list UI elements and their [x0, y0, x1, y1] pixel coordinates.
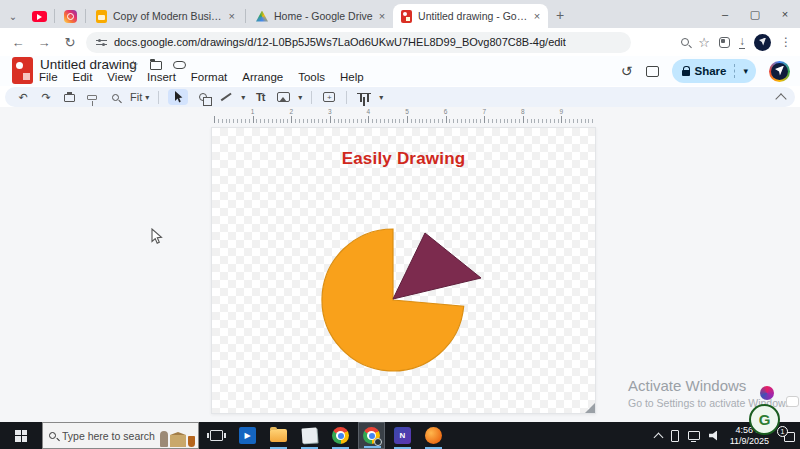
star-document-icon[interactable]: ☆	[128, 58, 139, 72]
triangle-shape[interactable]	[393, 233, 481, 299]
title-actions: ☆	[128, 58, 186, 72]
taskbar-search-input[interactable]: Type here to search	[42, 422, 199, 449]
image-caret-icon[interactable]: ▾	[298, 93, 302, 102]
bookmark-star-icon[interactable]: ☆	[698, 35, 710, 50]
maximize-button[interactable]: ▢	[740, 0, 770, 28]
google-drawings-logo[interactable]	[12, 57, 33, 84]
tab-modern-business-plan[interactable]: Copy of Modern Business Plan ×	[88, 4, 243, 28]
menu-file[interactable]: File	[38, 71, 59, 83]
sticky-notes-app[interactable]	[296, 422, 323, 449]
address-bar-actions: ☆ ↓ ⋮	[681, 34, 792, 51]
drawing-canvas[interactable]: Easily Drawing	[211, 127, 596, 414]
input-tools-button[interactable]	[356, 89, 372, 105]
drive-favicon	[256, 11, 268, 22]
menu-view[interactable]: View	[106, 71, 133, 83]
comments-icon[interactable]	[646, 66, 659, 77]
zoom-search-icon[interactable]	[681, 38, 689, 46]
menu-format[interactable]: Format	[190, 71, 228, 83]
start-button[interactable]	[0, 422, 42, 449]
tab-untitled-drawing-active[interactable]: Untitled drawing - Google Dra ×	[393, 4, 548, 28]
back-button[interactable]: ←	[8, 32, 28, 52]
share-label: Share	[695, 65, 727, 77]
share-button[interactable]: Share ▾	[672, 59, 757, 83]
pinned-tab-youtube[interactable]	[26, 4, 52, 28]
network-icon[interactable]	[688, 431, 700, 440]
close-icon[interactable]: ×	[229, 10, 235, 22]
url-field[interactable]: docs.google.com/drawings/d/12-L0Bp5J5Ws7…	[86, 32, 631, 53]
action-center-button[interactable]: 1	[780, 429, 796, 443]
share-caret-icon[interactable]: ▾	[743, 66, 752, 76]
comment-plus-icon: +	[323, 92, 335, 102]
reload-button[interactable]: ↻	[60, 32, 80, 52]
screen-recorder-widget[interactable]: G	[749, 404, 780, 435]
close-icon[interactable]: ×	[379, 10, 385, 22]
browser-profile-avatar[interactable]	[754, 34, 771, 51]
show-hidden-icons-chevron[interactable]	[653, 432, 663, 442]
account-avatar[interactable]	[769, 61, 790, 82]
system-tray: 4:56 PM 11/9/2025 1	[655, 425, 800, 446]
paint-format-button[interactable]	[84, 89, 100, 105]
forward-button[interactable]: →	[34, 32, 54, 52]
orange-browser-app[interactable]	[420, 422, 447, 449]
undo-button[interactable]: ↶	[15, 89, 31, 105]
pinned-tab-instagram[interactable]	[57, 4, 83, 28]
document-title[interactable]: Untitled drawing	[40, 57, 137, 72]
ruler-major-ticks	[214, 116, 595, 123]
ruler-number: 4	[367, 108, 371, 115]
version-history-icon[interactable]: ↺	[621, 63, 633, 79]
task-view-button[interactable]	[203, 422, 230, 449]
file-explorer-app[interactable]	[265, 422, 292, 449]
cloud-status-icon[interactable]	[173, 61, 186, 69]
browser-menu-icon[interactable]: ⋮	[780, 35, 792, 49]
chevron-down-icon: ▾	[145, 93, 149, 102]
windows-logo-icon	[15, 430, 27, 442]
address-bar: ← → ↻ docs.google.com/drawings/d/12-L0Bp…	[0, 28, 800, 56]
zoom-level-select[interactable]: Fit ▾	[130, 91, 149, 103]
hide-menus-chevron-icon[interactable]	[775, 93, 786, 104]
print-button[interactable]	[61, 89, 77, 105]
extension-float-icon[interactable]	[760, 386, 774, 400]
menu-insert[interactable]: Insert	[146, 71, 177, 83]
input-tools-caret-icon[interactable]: ▾	[379, 93, 383, 102]
line-tool-button[interactable]	[218, 89, 234, 105]
site-settings-icon[interactable]	[96, 38, 107, 47]
your-phone-icon[interactable]	[671, 430, 679, 442]
tab-title: Untitled drawing - Google Dra	[418, 10, 528, 22]
text-box-button[interactable]: Tt	[252, 89, 268, 105]
menu-tools[interactable]: Tools	[297, 71, 326, 83]
insert-comment-button[interactable]: +	[321, 89, 337, 105]
new-tab-button[interactable]: +	[548, 3, 572, 27]
print-icon	[64, 94, 75, 102]
close-icon[interactable]: ×	[534, 10, 540, 22]
downloads-icon[interactable]: ↓	[739, 36, 745, 49]
tooltip-bubble-icon[interactable]	[786, 396, 799, 407]
search-icon	[49, 432, 56, 439]
tab-google-drive[interactable]: Home - Google Drive ×	[248, 4, 393, 28]
tab-search-chevron-icon[interactable]: ⌄	[0, 4, 26, 28]
toolbar-divider	[158, 91, 159, 104]
insert-image-button[interactable]	[275, 89, 291, 105]
lock-icon	[682, 70, 690, 76]
menu-edit[interactable]: Edit	[72, 71, 94, 83]
chrome-app-active[interactable]	[358, 422, 385, 449]
canvas-resize-handle[interactable]	[585, 403, 595, 413]
menu-arrange[interactable]: Arrange	[241, 71, 284, 83]
close-window-button[interactable]: ×	[770, 0, 800, 28]
zoom-button[interactable]	[107, 89, 123, 105]
ruler-number: 6	[444, 108, 448, 115]
movies-tv-app[interactable]: ▶	[234, 422, 261, 449]
ruler-number: 7	[482, 108, 486, 115]
minimize-button[interactable]: –	[710, 0, 740, 28]
tab-organizer-icon[interactable]	[719, 37, 730, 48]
menu-help[interactable]: Help	[339, 71, 365, 83]
drawing-toolbar: ↶ ↷ Fit ▾ ▾ Tt ▾ + ▾	[5, 87, 795, 107]
clipchamp-app[interactable]: N	[389, 422, 416, 449]
volume-icon[interactable]	[709, 431, 721, 441]
line-tool-caret-icon[interactable]: ▾	[241, 93, 245, 102]
url-text[interactable]: docs.google.com/drawings/d/12-L0Bp5J5Ws7…	[114, 36, 566, 48]
redo-button[interactable]: ↷	[38, 89, 54, 105]
select-tool-button[interactable]	[168, 89, 188, 105]
move-folder-icon[interactable]	[150, 61, 162, 70]
shape-tool-button[interactable]	[195, 89, 211, 105]
chrome-app[interactable]	[327, 422, 354, 449]
